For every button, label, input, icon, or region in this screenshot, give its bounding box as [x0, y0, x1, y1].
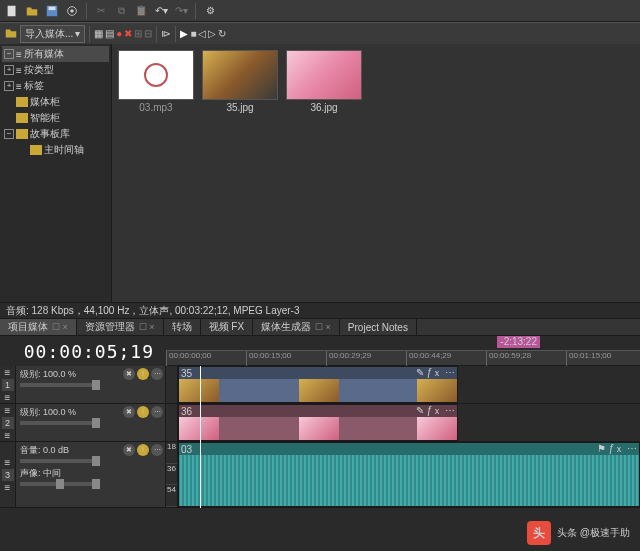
import-media-button[interactable]: 导入媒体...▾ — [20, 25, 85, 43]
media-tree: −≡所有媒体 +≡按类型 +≡标签 媒体柜 智能柜 −故事板库 主时间轴 — [0, 44, 112, 302]
close-icon[interactable]: ☐ × — [315, 322, 331, 332]
tree-item-tags[interactable]: +≡标签 — [2, 78, 109, 94]
delete-icon[interactable]: ✖ — [124, 28, 132, 39]
tree-item-smartbin[interactable]: 智能柜 — [2, 110, 109, 126]
record-icon[interactable]: ● — [116, 28, 122, 39]
collapse-icon[interactable]: − — [4, 49, 14, 59]
home-icon[interactable]: ⧐ — [161, 28, 171, 39]
ruler-mark: 00:01:15;00 — [566, 351, 611, 367]
ruler-mark: 00:00:59;28 — [486, 351, 531, 367]
thumb-label: 03.mp3 — [139, 102, 172, 113]
tree-item-all[interactable]: −≡所有媒体 — [2, 46, 109, 62]
playhead[interactable] — [200, 366, 201, 508]
timeline-ruler[interactable]: 00:00:00;00 00:00:15;00 00:00:29;29 00:0… — [166, 350, 640, 366]
gear-icon[interactable]: ⚙ — [202, 3, 218, 19]
prev-icon[interactable]: ◁ — [198, 28, 206, 39]
paste-icon[interactable]: 📋 — [133, 3, 149, 19]
media-thumb[interactable]: 03.mp3 — [118, 50, 194, 296]
media-thumb[interactable]: 35.jpg — [202, 50, 278, 296]
folder-icon — [16, 129, 28, 139]
pan-slider[interactable] — [20, 482, 100, 486]
video-clip[interactable]: 35✎ ƒｘ ⋯ — [178, 366, 458, 403]
new-icon[interactable] — [4, 3, 20, 19]
copy-icon[interactable]: ⧉ — [113, 3, 129, 19]
mute-icon[interactable]: ✖ — [123, 368, 135, 380]
clip-fx-icons[interactable]: ✎ ƒｘ ⋯ — [416, 404, 455, 418]
timeline-marker[interactable]: -2:13:22 — [497, 336, 540, 348]
track-lane[interactable]: 03⚑ ƒｘ ⋯ — [178, 442, 640, 507]
volume-slider[interactable] — [20, 459, 100, 463]
tab-video-fx[interactable]: 视频 FX — [201, 319, 254, 335]
watermark-text: 头条 @极速手助 — [557, 526, 630, 540]
mute-icon[interactable]: ✖ — [123, 406, 135, 418]
save-icon[interactable] — [44, 3, 60, 19]
expand-icon[interactable]: + — [4, 65, 14, 75]
tab-transitions[interactable]: 转场 — [164, 319, 201, 335]
close-icon[interactable]: ☐ × — [52, 322, 68, 332]
track-num-label: 3 — [2, 469, 14, 481]
svg-rect-0 — [8, 5, 16, 16]
folder-icon[interactable] — [4, 26, 18, 42]
track-number[interactable]: ≡1≡ — [0, 366, 16, 403]
tree-item-main-timeline[interactable]: 主时间轴 — [2, 142, 109, 158]
more-icon[interactable]: ⋯ — [151, 368, 163, 380]
tree-item-mediabin[interactable]: 媒体柜 — [2, 94, 109, 110]
audio-clip[interactable]: 03⚑ ƒｘ ⋯ — [178, 442, 640, 507]
video-track-1: ≡1≡ ✖!⋯ 级别: 100.0 % 35✎ ƒｘ ⋯ — [0, 366, 640, 404]
tab-label: 项目媒体 — [8, 320, 48, 334]
tab-explorer[interactable]: 资源管理器☐ × — [77, 319, 164, 335]
solo-icon[interactable]: ! — [137, 368, 149, 380]
track-lane[interactable]: 35✎ ƒｘ ⋯ — [178, 366, 640, 403]
track-number[interactable]: ≡2≡ — [0, 404, 16, 441]
loop-icon[interactable]: ↻ — [218, 28, 226, 39]
stop-icon[interactable]: ■ — [190, 28, 196, 39]
level-slider[interactable] — [20, 421, 100, 425]
track-header[interactable]: ≡1≡ ✖!⋯ 级别: 100.0 % — [0, 366, 166, 403]
close-icon[interactable]: ☐ × — [139, 322, 155, 332]
tree-label: 主时间轴 — [44, 143, 84, 157]
import-label: 导入媒体... — [25, 27, 73, 41]
clip-thumb — [179, 417, 219, 440]
settings-icon[interactable] — [64, 3, 80, 19]
tool-icon[interactable]: ⊞ — [134, 28, 142, 39]
clip-fx-icons[interactable]: ✎ ƒｘ ⋯ — [416, 366, 455, 380]
tree-item-bytype[interactable]: +≡按类型 — [2, 62, 109, 78]
folder-icon — [16, 97, 28, 107]
video-clip[interactable]: 36✎ ƒｘ ⋯ — [178, 404, 458, 441]
redo-icon[interactable]: ↷▾ — [173, 3, 189, 19]
clip-thumb — [417, 379, 457, 402]
tool-icon[interactable]: ▤ — [105, 28, 114, 39]
tab-project-notes[interactable]: Project Notes — [340, 319, 417, 335]
track-header[interactable]: ≡2≡ ✖!⋯ 级别: 100.0 % — [0, 404, 166, 441]
solo-icon[interactable]: ! — [137, 406, 149, 418]
tab-media-gen[interactable]: 媒体生成器☐ × — [253, 319, 340, 335]
media-thumb[interactable]: 36.jpg — [286, 50, 362, 296]
tab-project-media[interactable]: 项目媒体☐ × — [0, 319, 77, 335]
cut-icon[interactable]: ✂ — [93, 3, 109, 19]
track-lane[interactable]: 36✎ ƒｘ ⋯ — [178, 404, 640, 441]
mute-icon[interactable]: ✖ — [123, 444, 135, 456]
open-icon[interactable] — [24, 3, 40, 19]
more-icon[interactable]: ⋯ — [151, 444, 163, 456]
pan-label: 声像: 中间 — [20, 467, 161, 480]
level-slider[interactable] — [20, 383, 100, 387]
expand-icon[interactable]: + — [4, 81, 14, 91]
tool-icon[interactable]: ⊟ — [144, 28, 152, 39]
collapse-icon[interactable]: − — [4, 129, 14, 139]
track-header[interactable]: ≡3≡ ✖!⋯ 音量: 0.0 dB 声像: 中间 — [0, 442, 166, 507]
next-icon[interactable]: ▷ — [208, 28, 216, 39]
tree-item-storyboard[interactable]: −故事板库 — [2, 126, 109, 142]
folder-icon — [16, 113, 28, 123]
tool-icon[interactable]: ▦ — [94, 28, 103, 39]
track-number[interactable]: ≡3≡ — [0, 442, 16, 507]
clip-fx-icons[interactable]: ⚑ ƒｘ ⋯ — [597, 442, 637, 456]
play-icon[interactable]: ▶ — [180, 28, 188, 39]
undo-icon[interactable]: ↶▾ — [153, 3, 169, 19]
timecode-display[interactable]: 00:00:05;19 — [0, 336, 166, 366]
timeline-panel: 00:00:05;19 -2:13:22 00:00:00;00 00:00:1… — [0, 336, 640, 551]
more-icon[interactable]: ⋯ — [151, 406, 163, 418]
solo-icon[interactable]: ! — [137, 444, 149, 456]
ruler-mark: 00:00:29;29 — [326, 351, 371, 367]
media-browser: −≡所有媒体 +≡按类型 +≡标签 媒体柜 智能柜 −故事板库 主时间轴 03.… — [0, 44, 640, 302]
idx: 18 — [166, 442, 177, 464]
